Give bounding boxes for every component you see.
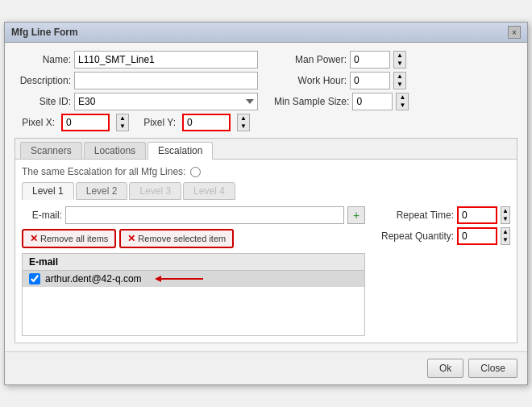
remove-all-label: Remove all items	[40, 234, 108, 243]
level-tab-4: Level 4	[183, 182, 235, 200]
work-hour-up[interactable]: ▲	[394, 73, 405, 81]
man-power-row: Man Power: ▲ ▼	[274, 51, 517, 69]
dialog-footer: Ok Close	[5, 351, 527, 384]
description-row: Description:	[15, 72, 258, 89]
mfg-line-form-dialog: Mfg Line Form × Name: Description: Site …	[4, 22, 528, 385]
man-power-down[interactable]: ▼	[394, 60, 405, 68]
man-power-input[interactable]	[350, 51, 390, 69]
pixel-row: Pixel X: ▲ ▼ Pixel Y: ▲ ▼	[15, 114, 258, 131]
site-id-row: Site ID: E30	[15, 93, 258, 110]
repeat-time-label: Repeat Time:	[381, 210, 454, 221]
min-sample-input[interactable]	[352, 93, 393, 110]
man-power-label: Man Power:	[274, 54, 347, 65]
repeat-qty-label: Repeat Quantity:	[381, 230, 454, 242]
pixel-y-up[interactable]: ▲	[238, 114, 249, 123]
level-tab-2[interactable]: Level 2	[76, 182, 128, 200]
min-sample-label: Min Sample Size:	[274, 96, 349, 107]
tab-escalation[interactable]: Escalation	[148, 142, 213, 160]
man-power-up[interactable]: ▲	[394, 52, 405, 60]
repeat-qty-spinner[interactable]: ▲ ▼	[501, 227, 510, 245]
work-hour-row: Work Hour: ▲ ▼	[274, 72, 517, 89]
work-hour-spinner[interactable]: ▲ ▼	[393, 72, 406, 89]
pixel-x-down[interactable]: ▼	[117, 123, 128, 131]
min-sample-row: Min Sample Size: ▲ ▼	[274, 93, 517, 110]
work-hour-label: Work Hour:	[274, 75, 347, 86]
close-button[interactable]: Close	[468, 359, 517, 378]
repeat-section: Repeat Time: ▲ ▼ Repeat Quantity: ▲	[381, 206, 510, 336]
remove-buttons-row: ✕ Remove all items ✕ Remove selected ite…	[22, 229, 365, 248]
form-right: Man Power: ▲ ▼ Work Hour: ▲ ▼	[274, 51, 517, 131]
pixel-x-up[interactable]: ▲	[117, 114, 128, 123]
email-table-body: arthur.dent@42-q.com	[23, 271, 364, 335]
repeat-qty-row: Repeat Quantity: ▲ ▼	[381, 227, 510, 245]
email-table-header: E-mail	[23, 254, 364, 271]
email-column-header: E-mail	[29, 256, 58, 268]
description-input[interactable]	[74, 72, 258, 89]
email-row-value: arthur.dent@42-q.com	[45, 273, 142, 284]
close-icon[interactable]: ×	[508, 26, 521, 39]
min-sample-down[interactable]: ▼	[397, 102, 408, 110]
remove-all-button[interactable]: ✕ Remove all items	[22, 229, 116, 248]
min-sample-up[interactable]: ▲	[397, 93, 408, 102]
form-left: Name: Description: Site ID: E30 Pixel X:	[15, 51, 258, 131]
repeat-time-input[interactable]	[457, 206, 497, 224]
tab-header: Scanners Locations Escalation	[15, 139, 517, 160]
ok-button[interactable]: Ok	[427, 359, 463, 378]
level-tab-3: Level 3	[129, 182, 181, 200]
name-input[interactable]	[74, 51, 258, 69]
table-row: arthur.dent@42-q.com	[23, 271, 364, 287]
repeat-qty-down[interactable]: ▼	[501, 236, 509, 244]
email-input[interactable]	[65, 206, 344, 224]
level-tab-1[interactable]: Level 1	[22, 182, 74, 200]
same-escalation-row: The same Escalation for all Mfg Lines:	[22, 166, 510, 177]
pixel-y-spinner[interactable]: ▲ ▼	[237, 114, 250, 131]
site-id-select[interactable]: E30	[74, 93, 258, 110]
svg-marker-1	[155, 276, 161, 282]
same-escalation-label: The same Escalation for all Mfg Lines:	[22, 166, 185, 177]
remove-all-icon: ✕	[30, 233, 38, 244]
repeat-qty-input[interactable]	[457, 227, 497, 245]
level-tabs: Level 1 Level 2 Level 3 Level 4	[22, 182, 510, 200]
repeat-qty-up[interactable]: ▲	[501, 228, 509, 236]
repeat-time-up[interactable]: ▲	[501, 207, 509, 215]
main-tabs: Scanners Locations Escalation The same E…	[15, 138, 517, 343]
repeat-time-spinner[interactable]: ▲ ▼	[501, 206, 510, 224]
email-label: E-mail:	[22, 210, 62, 221]
repeat-time-row: Repeat Time: ▲ ▼	[381, 206, 510, 224]
dialog-title: Mfg Line Form	[11, 27, 78, 38]
email-row-checkbox[interactable]	[29, 273, 40, 284]
email-input-row: E-mail: +	[22, 206, 365, 224]
pixel-x-label: Pixel X:	[15, 117, 55, 128]
escalation-body: E-mail: + ✕ Remove all items ✕ Remo	[22, 206, 510, 336]
tab-locations[interactable]: Locations	[84, 142, 146, 159]
site-id-label: Site ID:	[15, 96, 71, 107]
dialog-body: Name: Description: Site ID: E30 Pixel X:	[5, 43, 527, 351]
tab-scanners[interactable]: Scanners	[20, 142, 82, 159]
pixel-x-input[interactable]	[61, 114, 110, 131]
email-section: E-mail: + ✕ Remove all items ✕ Remo	[22, 206, 365, 336]
pixel-y-label: Pixel Y:	[135, 117, 176, 128]
repeat-time-down[interactable]: ▼	[501, 215, 509, 223]
tab-content-escalation: The same Escalation for all Mfg Lines: L…	[15, 160, 517, 343]
title-bar: Mfg Line Form ×	[5, 23, 527, 43]
add-email-button[interactable]: +	[347, 206, 365, 224]
email-table: E-mail arthur.dent@42-q.com	[22, 253, 365, 336]
man-power-spinner[interactable]: ▲ ▼	[393, 51, 406, 69]
remove-selected-icon: ✕	[127, 233, 135, 244]
min-sample-spinner[interactable]: ▲ ▼	[396, 93, 409, 110]
same-escalation-radio[interactable]	[190, 167, 201, 177]
name-row: Name:	[15, 51, 258, 69]
arrow-indicator	[155, 274, 203, 284]
description-label: Description:	[15, 75, 71, 86]
name-label: Name:	[15, 54, 71, 65]
work-hour-input[interactable]	[350, 72, 390, 89]
pixel-x-spinner[interactable]: ▲ ▼	[116, 114, 129, 131]
pixel-y-down[interactable]: ▼	[238, 123, 249, 131]
remove-selected-button[interactable]: ✕ Remove selected item	[119, 229, 234, 248]
work-hour-down[interactable]: ▼	[394, 81, 405, 89]
pixel-y-input[interactable]	[182, 114, 231, 131]
form-section: Name: Description: Site ID: E30 Pixel X:	[15, 51, 517, 131]
remove-selected-label: Remove selected item	[138, 234, 226, 243]
